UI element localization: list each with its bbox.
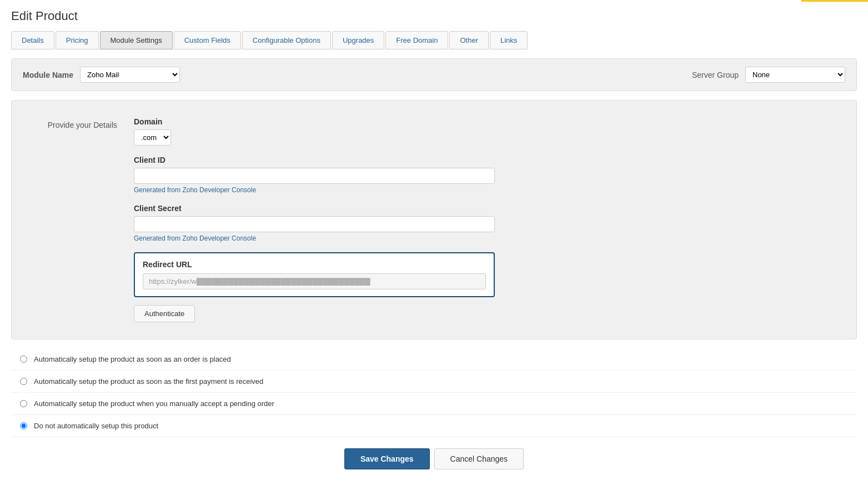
footer-bar: Save Changes Cancel Changes (11, 437, 857, 475)
provide-details-label: Provide your Details (23, 117, 134, 129)
client-id-hint: Generated from Zoho Developer Console (134, 186, 495, 194)
client-secret-group: Client Secret Generated from Zoho Develo… (134, 204, 495, 242)
authenticate-button[interactable]: Authenticate (134, 305, 195, 322)
tab-details[interactable]: Details (11, 31, 54, 49)
server-group-select[interactable]: None (745, 67, 845, 83)
tab-upgrades[interactable]: Upgrades (332, 31, 384, 49)
server-group-label: Server Group (692, 71, 739, 79)
client-id-input[interactable] (134, 168, 495, 184)
radio-option-auto-payment: Automatically setup the product as soon … (11, 371, 857, 393)
domain-label: Domain (134, 117, 495, 126)
save-button[interactable]: Save Changes (344, 448, 430, 469)
tab-pricing[interactable]: Pricing (56, 31, 99, 49)
redirect-url-input[interactable] (143, 273, 486, 289)
client-secret-input[interactable] (134, 216, 495, 232)
module-name-label: Module Name (23, 71, 73, 79)
cancel-button[interactable]: Cancel Changes (434, 448, 524, 469)
tab-free-domain[interactable]: Free Domain (385, 31, 448, 49)
settings-fields: Domain .com .net .org .io Client ID Gene… (134, 117, 495, 322)
radio-options: Automatically setup the product as soon … (11, 348, 857, 437)
radio-auto-manual[interactable] (20, 400, 27, 407)
radio-option-no-auto: Do not automatically setup this product (11, 415, 857, 437)
tab-links[interactable]: Links (490, 31, 528, 49)
tab-bar: Details Pricing Module Settings Custom F… (11, 31, 857, 49)
tab-module-settings[interactable]: Module Settings (100, 31, 173, 49)
tab-other[interactable]: Other (449, 31, 489, 49)
module-name-select[interactable]: Zoho Mail (80, 67, 180, 83)
radio-auto-order[interactable] (20, 356, 27, 363)
tab-configurable-options[interactable]: Configurable Options (242, 31, 331, 49)
top-accent (801, 0, 868, 2)
settings-card: Provide your Details Domain .com .net .o… (11, 100, 857, 339)
module-bar: Module Name Zoho Mail Server Group None (11, 58, 857, 91)
radio-auto-manual-label: Automatically setup the product when you… (34, 399, 274, 408)
client-secret-label: Client Secret (134, 204, 495, 213)
radio-option-auto-order: Automatically setup the product as soon … (11, 348, 857, 371)
domain-group: Domain .com .net .org .io (134, 117, 495, 146)
client-secret-hint: Generated from Zoho Developer Console (134, 234, 495, 242)
server-group-section: Server Group None (692, 67, 845, 83)
client-id-label: Client ID (134, 156, 495, 164)
client-id-group: Client ID Generated from Zoho Developer … (134, 156, 495, 194)
redirect-url-label: Redirect URL (143, 260, 486, 269)
radio-no-auto-label: Do not automatically setup this product (34, 422, 158, 430)
radio-option-auto-manual: Automatically setup the product when you… (11, 393, 857, 415)
radio-auto-order-label: Automatically setup the product as soon … (34, 355, 231, 363)
radio-no-auto[interactable] (20, 422, 27, 429)
page-title: Edit Product (11, 9, 857, 23)
radio-auto-payment[interactable] (20, 378, 27, 385)
redirect-url-box: Redirect URL (134, 252, 495, 297)
settings-inner: Provide your Details Domain .com .net .o… (23, 117, 845, 322)
tab-custom-fields[interactable]: Custom Fields (174, 31, 241, 49)
radio-auto-payment-label: Automatically setup the product as soon … (34, 377, 263, 386)
domain-select[interactable]: .com .net .org .io (134, 129, 171, 146)
